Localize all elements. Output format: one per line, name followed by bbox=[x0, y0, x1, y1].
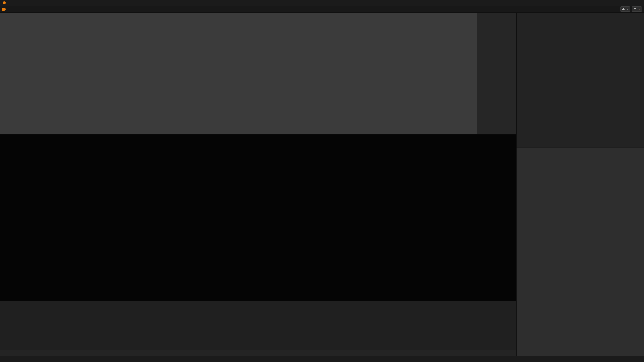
viewlayer-selector[interactable]: ✕ bbox=[632, 6, 642, 12]
viewport-top-orthographic[interactable] bbox=[0, 13, 477, 134]
title-bar bbox=[0, 0, 644, 6]
outliner[interactable] bbox=[516, 13, 644, 147]
timeline-playback-bar bbox=[0, 350, 516, 356]
scene-unlink-icon[interactable]: ✕ bbox=[626, 8, 628, 10]
viewlayer-unlink-icon[interactable]: ✕ bbox=[638, 8, 640, 10]
viewlayer-icon bbox=[634, 8, 636, 10]
scene-icon bbox=[622, 8, 624, 10]
viewport-camera-perspective[interactable] bbox=[0, 135, 516, 301]
scene-selector[interactable]: ✕ bbox=[620, 6, 630, 12]
blender-menu-icon[interactable] bbox=[2, 7, 6, 10]
blender-logo-icon bbox=[3, 1, 6, 4]
top-bar: ✕ ✕ bbox=[0, 6, 644, 12]
properties-editor[interactable] bbox=[516, 147, 644, 356]
mini-editor[interactable] bbox=[477, 13, 516, 134]
status-bar bbox=[0, 356, 644, 362]
blender-window: ✕ ✕ bbox=[0, 0, 644, 362]
dope-sheet-editor[interactable] bbox=[0, 301, 516, 350]
